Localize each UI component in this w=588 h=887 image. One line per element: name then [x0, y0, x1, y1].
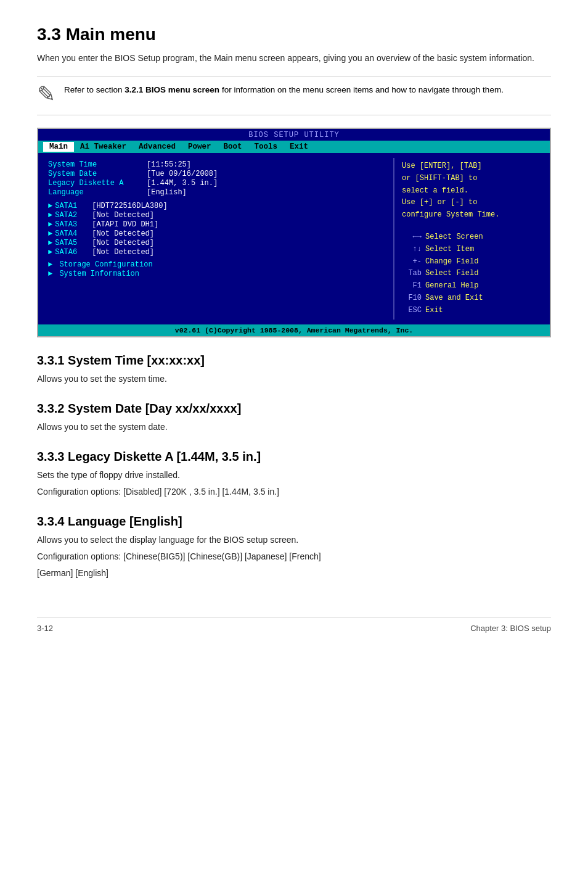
- bios-sata-item: ►SATA4[Not Detected]: [48, 229, 386, 238]
- bios-row: Language[English]: [48, 188, 386, 197]
- bios-menu-advanced[interactable]: Advanced: [133, 142, 182, 152]
- bios-menu-ai-tweaker[interactable]: Ai Tweaker: [74, 142, 133, 152]
- bios-sata-section: ►SATA1[HDT722516DLA380]►SATA2[Not Detect…: [48, 202, 386, 257]
- bios-menu-main[interactable]: Main: [43, 142, 74, 152]
- bios-key-row: ↑↓Select Item: [402, 244, 540, 256]
- bios-left: System Time[11:55:25]System Date[Tue 09/…: [43, 158, 391, 320]
- page-title: 3.3 Main menu: [37, 25, 551, 44]
- section-title-3.3.4: 3.3.4 Language [English]: [37, 514, 551, 529]
- section-body-3.3.4: [German] [English]: [37, 567, 551, 580]
- bios-row: System Date[Tue 09/16/2008]: [48, 170, 386, 178]
- bios-right-help: Use [ENTER], [TAB]or [SHIFT-TAB] toselec…: [402, 160, 540, 221]
- bios-screen: BIOS SETUP UTILITY MainAi TweakerAdvance…: [37, 128, 551, 337]
- note-text: Refer to section 3.2.1 BIOS menu screen …: [64, 84, 504, 96]
- page-footer: 3-12 Chapter 3: BIOS setup: [37, 617, 551, 633]
- section-body-3.3.1: Allows you to set the system time.: [37, 373, 551, 386]
- section-title-3.3.1: 3.3.1 System Time [xx:xx:xx]: [37, 353, 551, 368]
- bios-row: System Time[11:55:25]: [48, 160, 386, 169]
- bios-divider: [393, 158, 394, 320]
- section-body-3.3.3: Sets the type of floppy drive installed.: [37, 469, 551, 482]
- bios-submenu-item: ► System Information: [48, 270, 386, 278]
- note-text-after: for information on the menu screen items…: [219, 85, 504, 94]
- footer-left: 3-12: [37, 624, 53, 633]
- note-box: ✎ Refer to section 3.2.1 BIOS menu scree…: [37, 76, 551, 115]
- section-body-3.3.3: Configuration options: [Disabled] [720K …: [37, 485, 551, 498]
- bios-help-line: select a field.: [402, 185, 540, 197]
- bios-menu-power[interactable]: Power: [182, 142, 218, 152]
- bios-menu-boot[interactable]: Boot: [218, 142, 248, 152]
- bios-menu-exit[interactable]: Exit: [284, 142, 314, 152]
- bios-key-row: F10Save and Exit: [402, 292, 540, 305]
- bios-key-row: F1General Help: [402, 280, 540, 292]
- footer-right: Chapter 3: BIOS setup: [470, 624, 551, 633]
- bios-sata-item: ►SATA1[HDT722516DLA380]: [48, 202, 386, 210]
- bios-main-fields: System Time[11:55:25]System Date[Tue 09/…: [48, 160, 386, 197]
- section-body-3.3.4: Allows you to select the display languag…: [37, 534, 551, 547]
- page-intro: When you enter the BIOS Setup program, t…: [37, 52, 551, 65]
- bios-right: Use [ENTER], [TAB]or [SHIFT-TAB] toselec…: [397, 158, 545, 320]
- note-bold: 3.2.1 BIOS menu screen: [125, 85, 219, 94]
- bios-key-row: +-Change Field: [402, 256, 540, 268]
- bios-help-line: Use [ENTER], [TAB]: [402, 160, 540, 173]
- section-body-3.3.2: Allows you to set the system date.: [37, 421, 551, 434]
- bios-sata-item: ►SATA3[ATAPI DVD DH1]: [48, 220, 386, 229]
- note-icon: ✎: [37, 81, 55, 107]
- note-text-before: Refer to section: [64, 85, 125, 94]
- sections-container: 3.3.1 System Time [xx:xx:xx]Allows you t…: [37, 353, 551, 580]
- bios-sata-item: ►SATA6[Not Detected]: [48, 248, 386, 257]
- bios-right-keys: ←→Select Screen↑↓Select Item+-Change Fie…: [402, 231, 540, 317]
- bios-key-row: ESCExit: [402, 305, 540, 317]
- bios-key-row: ←→Select Screen: [402, 231, 540, 244]
- bios-help-line: configure System Time.: [402, 209, 540, 221]
- bios-submenu-section: ► Storage Configuration► System Informat…: [48, 260, 386, 278]
- section-title-3.3.3: 3.3.3 Legacy Diskette A [1.44M, 3.5 in.]: [37, 450, 551, 464]
- bios-help-line: Use [+] or [-] to: [402, 197, 540, 209]
- bios-key-row: TabSelect Field: [402, 268, 540, 280]
- bios-menu-tools[interactable]: Tools: [248, 142, 284, 152]
- bios-content: System Time[11:55:25]System Date[Tue 09/…: [38, 153, 550, 324]
- section-title-3.3.2: 3.3.2 System Date [Day xx/xx/xxxx]: [37, 402, 551, 416]
- section-body-3.3.4: Configuration options: [Chinese(BIG5)] […: [37, 550, 551, 563]
- bios-row: Legacy Diskette A[1.44M, 3.5 in.]: [48, 179, 386, 188]
- bios-submenu-item: ► Storage Configuration: [48, 260, 386, 269]
- bios-title-bar: BIOS SETUP UTILITY: [38, 129, 550, 141]
- bios-sata-item: ►SATA2[Not Detected]: [48, 211, 386, 220]
- bios-menu-bar: MainAi TweakerAdvancedPowerBootToolsExit: [38, 141, 550, 153]
- bios-sata-item: ►SATA5[Not Detected]: [48, 239, 386, 247]
- bios-footer: v02.61 (C)Copyright 1985-2008, American …: [38, 324, 550, 336]
- bios-help-line: or [SHIFT-TAB] to: [402, 173, 540, 185]
